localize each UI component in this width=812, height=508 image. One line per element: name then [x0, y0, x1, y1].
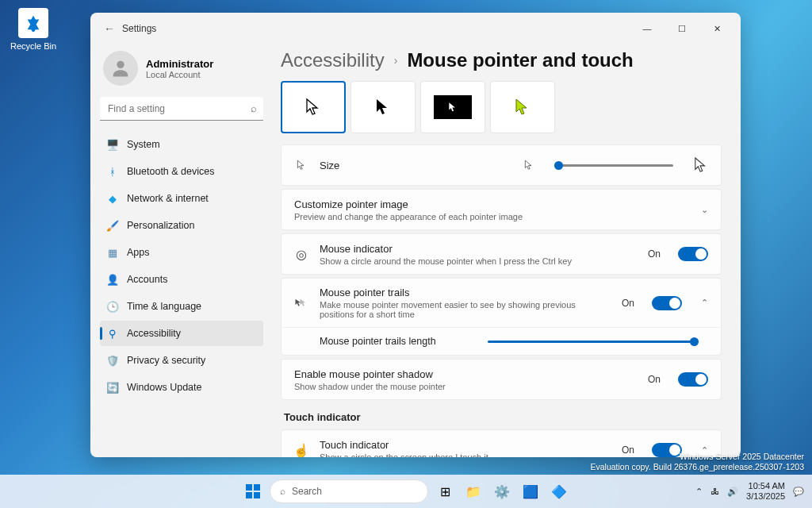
nav-label: Time & language — [127, 301, 201, 312]
trails-length-row: Mouse pointer trails length — [282, 327, 721, 355]
nav-label: Bluetooth & devices — [127, 166, 215, 177]
sidebar-item-windows-update[interactable]: 🔄Windows Update — [100, 375, 263, 400]
svg-point-0 — [117, 61, 124, 68]
app1-button[interactable]: 🟦 — [519, 479, 542, 503]
nav-label: Accessibility — [127, 328, 181, 339]
nav-label: Windows Update — [127, 382, 202, 393]
account-name: Administrator — [146, 58, 213, 70]
chevron-up-icon[interactable]: ⌃ — [701, 298, 708, 308]
trails-length-slider[interactable] — [488, 341, 699, 343]
mouse-indicator-toggle[interactable] — [678, 247, 708, 261]
shadow-state: On — [648, 374, 661, 385]
minimize-button[interactable]: — — [630, 17, 665, 40]
sidebar-item-system[interactable]: 🖥️System — [100, 132, 263, 157]
search-icon: ⌕ — [280, 486, 285, 497]
breadcrumb-parent[interactable]: Accessibility — [281, 49, 385, 71]
mouse-indicator-title: Mouse indicator — [320, 243, 637, 255]
nav-icon: 👤 — [106, 273, 119, 286]
sidebar-item-accessibility[interactable]: ⚲Accessibility — [100, 321, 263, 346]
avatar — [103, 51, 138, 86]
chevron-right-icon: › — [394, 54, 398, 67]
back-button[interactable]: ← — [97, 22, 122, 35]
pointer-style-white[interactable] — [281, 81, 346, 133]
sidebar-item-personalization[interactable]: 🖌️Personalization — [100, 213, 263, 238]
mouse-indicator-sub: Show a circle around the mouse pointer w… — [320, 256, 637, 266]
watermark: Windows Server 2025 Datacenter Evaluatio… — [590, 452, 804, 473]
tray-volume-icon[interactable]: 🔊 — [727, 487, 738, 497]
breadcrumb-current: Mouse pointer and touch — [407, 49, 633, 71]
close-button[interactable]: ✕ — [699, 17, 734, 40]
sidebar-item-apps[interactable]: ▦Apps — [100, 240, 263, 265]
taskbar-search[interactable]: ⌕ Search — [270, 479, 428, 503]
search-input[interactable] — [100, 97, 263, 121]
nav-icon: 🖥️ — [106, 138, 119, 151]
customize-card[interactable]: Customize pointer image Preview and chan… — [281, 189, 722, 230]
recycle-bin-icon — [18, 8, 48, 38]
nav-icon: 🖌️ — [106, 219, 119, 232]
touch-title: Touch indicator — [320, 439, 611, 451]
tray-notifications-icon[interactable]: 💬 — [793, 487, 804, 497]
mouse-indicator-card: ◎ Mouse indicator Show a circle around t… — [281, 233, 722, 275]
pointer-style-black[interactable] — [350, 81, 416, 133]
trails-state: On — [622, 298, 634, 309]
nav-label: Accounts — [127, 274, 167, 285]
maximize-button[interactable]: ☐ — [665, 17, 699, 40]
size-card: Size — [281, 144, 722, 186]
settings-window: ← Settings — ☐ ✕ Administrator Local Acc… — [90, 13, 741, 457]
sidebar-item-time-language[interactable]: 🕒Time & language — [100, 294, 263, 319]
content-area: Accessibility › Mouse pointer and touch — [273, 44, 741, 457]
account-sub: Local Account — [146, 70, 213, 79]
tray-network-icon[interactable]: 🖧 — [710, 487, 719, 496]
touch-sub: Show a circle on the screen where I touc… — [320, 452, 611, 458]
task-view-button[interactable]: ⊞ — [433, 479, 457, 503]
chevron-down-icon: ⌄ — [701, 205, 708, 215]
desktop-recycle-bin[interactable]: Recycle Bin — [10, 8, 57, 51]
pointer-style-custom[interactable] — [490, 81, 555, 133]
trails-toggle[interactable] — [652, 296, 682, 310]
mouse-indicator-state: On — [648, 248, 661, 260]
nav-list: 🖥️SystemᚼBluetooth & devices◆Network & i… — [100, 132, 263, 400]
taskbar: ⌕ Search ⊞ 📁 ⚙️ 🟦 🔷 ⌃ 🖧 🔊 10:54 AM 3/13/… — [0, 475, 812, 508]
settings-taskbar-button[interactable]: ⚙️ — [490, 479, 514, 503]
titlebar: ← Settings — ☐ ✕ — [90, 13, 741, 44]
trails-sub: Make mouse pointer movement easier to se… — [320, 300, 611, 319]
sidebar-item-accounts[interactable]: 👤Accounts — [100, 267, 263, 292]
trails-card: Mouse pointer trails Make mouse pointer … — [281, 278, 722, 356]
svg-rect-4 — [254, 492, 260, 498]
sidebar-item-network-internet[interactable]: ◆Network & internet — [100, 186, 263, 211]
shadow-toggle[interactable] — [678, 372, 708, 387]
app2-button[interactable]: 🔷 — [547, 479, 571, 503]
nav-label: Privacy & security — [127, 355, 205, 366]
trails-icon — [294, 298, 308, 309]
pointer-style-inverted[interactable] — [420, 81, 485, 133]
svg-rect-1 — [246, 484, 252, 491]
nav-label: Network & internet — [127, 193, 209, 204]
touch-icon: ☝ — [294, 443, 308, 458]
nav-icon: 🔄 — [106, 381, 119, 394]
nav-icon: 🛡️ — [106, 354, 119, 367]
customize-sub: Preview and change the appearance of eac… — [294, 212, 682, 221]
sidebar-item-privacy-security[interactable]: 🛡️Privacy & security — [100, 348, 263, 373]
system-tray[interactable]: ⌃ 🖧 🔊 10:54 AM 3/13/2025 💬 — [695, 481, 804, 502]
explorer-button[interactable]: 📁 — [462, 479, 485, 503]
touch-section-head: Touch indicator — [284, 411, 722, 423]
tray-chevron-icon[interactable]: ⌃ — [695, 487, 703, 497]
nav-icon: 🕒 — [106, 300, 119, 313]
shadow-sub: Show shadow under the mouse pointer — [294, 382, 637, 391]
size-slider[interactable] — [554, 164, 673, 167]
sidebar: Administrator Local Account ⌕ 🖥️SystemᚼB… — [90, 44, 273, 457]
cursor-large-icon — [694, 156, 708, 174]
account-block[interactable]: Administrator Local Account — [100, 44, 263, 97]
tray-clock[interactable]: 10:54 AM 3/13/2025 — [746, 481, 785, 502]
cursor-icon — [294, 160, 308, 171]
sidebar-item-bluetooth-devices[interactable]: ᚼBluetooth & devices — [100, 159, 263, 184]
nav-label: Apps — [127, 247, 150, 258]
nav-label: System — [127, 139, 160, 150]
shadow-card: Enable mouse pointer shadow Show shadow … — [281, 359, 722, 400]
customize-title: Customize pointer image — [294, 198, 682, 210]
nav-icon: ᚼ — [106, 165, 119, 178]
window-title: Settings — [122, 23, 156, 34]
svg-rect-2 — [254, 484, 260, 491]
trails-title: Mouse pointer trails — [320, 287, 611, 298]
start-button[interactable] — [241, 479, 265, 503]
